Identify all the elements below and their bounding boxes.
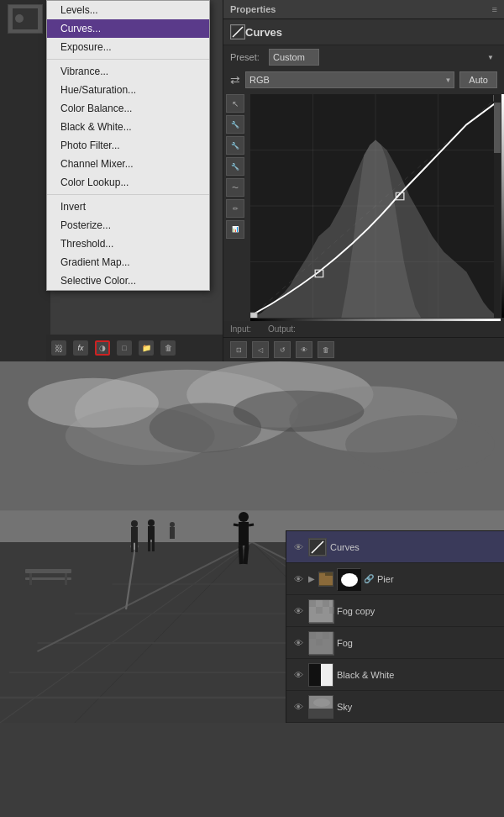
pencil-tool[interactable]: ✏ <box>226 199 244 218</box>
svg-rect-75 <box>323 632 329 639</box>
auto-button[interactable]: Auto <box>459 71 497 88</box>
layer-name-sky: Sky <box>337 702 499 712</box>
trash-icon[interactable]: 🗑 <box>160 340 176 356</box>
smooth-tool[interactable]: 〜 <box>226 178 244 197</box>
menu-channel-mixer[interactable]: Channel Mixer... <box>47 155 209 173</box>
delete-action[interactable]: 🗑 <box>318 341 334 358</box>
properties-footer: Input: Output: <box>223 321 504 337</box>
menu-hue-sat[interactable]: Hue/Saturation... <box>47 81 209 99</box>
menu-exposure[interactable]: Exposure... <box>47 38 209 56</box>
channel-arrow-icon[interactable]: ⇄ <box>230 73 240 87</box>
folder-icon[interactable]: 📁 <box>139 340 154 356</box>
menu-selective-color[interactable]: Selective Color... <box>47 271 209 290</box>
menu-gradient-map[interactable]: Gradient Map... <box>47 253 209 271</box>
left-panel: Levels... Curves... Exposure... Vibrance… <box>0 0 223 361</box>
menu-levels[interactable]: Levels... <box>47 1 209 19</box>
scrollbar[interactable] <box>494 94 501 318</box>
svg-rect-50 <box>131 527 138 542</box>
svg-point-81 <box>313 698 330 707</box>
svg-point-53 <box>148 519 155 526</box>
layer-row-curves[interactable]: 👁 Curves <box>286 531 504 563</box>
svg-point-57 <box>170 522 175 527</box>
separator-2 <box>47 194 209 195</box>
eyedropper-gray-tool[interactable]: 🔧 <box>226 136 244 155</box>
link-icon[interactable]: ⛓ <box>51 340 66 356</box>
eye-bw[interactable]: 👁 <box>291 668 305 682</box>
properties-menu-icon[interactable]: ≡ <box>492 4 497 14</box>
view-previous-action[interactable]: ◁ <box>252 341 269 358</box>
preset-row: Preset: Custom <box>223 45 504 69</box>
svg-rect-44 <box>239 522 249 546</box>
menu-invert[interactable]: Invert <box>47 198 209 216</box>
eye-fog-copy[interactable]: 👁 <box>291 604 305 618</box>
svg-rect-64 <box>319 576 333 585</box>
curves-svg <box>250 94 501 318</box>
pier-mask-thumb <box>337 568 360 590</box>
top-section: Levels... Curves... Exposure... Vibrance… <box>0 0 504 361</box>
fx-icon[interactable]: fx <box>73 340 88 356</box>
eye-pier[interactable]: 👁 <box>291 572 305 586</box>
menu-posterize[interactable]: Posterize... <box>47 216 209 235</box>
menu-vibrance[interactable]: Vibrance... <box>47 62 209 81</box>
svg-rect-82 <box>309 709 333 719</box>
adjustment-icon[interactable]: ◑ <box>95 340 110 356</box>
layer-row-fog[interactable]: 👁 Fog <box>286 627 504 659</box>
curves-graph[interactable] <box>250 94 501 318</box>
curves-title: Curves <box>245 26 282 39</box>
layer-row-fog-copy[interactable]: 👁 Fog copy <box>286 595 504 627</box>
menu-color-balance[interactable]: Color Balance... <box>47 99 209 118</box>
svg-point-1 <box>15 14 24 23</box>
svg-rect-51 <box>131 542 134 552</box>
pointer-tool[interactable]: ↖ <box>226 94 244 113</box>
menu-black-white[interactable]: Black & White... <box>47 118 209 136</box>
svg-rect-74 <box>309 632 316 639</box>
svg-rect-77 <box>309 663 321 685</box>
menu-color-lookup[interactable]: Color Lookup... <box>47 173 209 192</box>
layer-row-pier[interactable]: 👁 ▶ 🔗 Pier <box>286 563 504 595</box>
layer-name-curves: Curves <box>330 542 499 552</box>
layer-row-sky[interactable]: 👁 Sky <box>286 691 504 723</box>
layer-thumb-1 <box>8 4 43 34</box>
svg-rect-60 <box>25 577 71 580</box>
menu-photo-filter[interactable]: Photo Filter... <box>47 136 209 155</box>
output-label: Output: <box>268 324 296 334</box>
layer-strip <box>0 0 50 361</box>
menu-curves[interactable]: Curves... <box>47 19 209 38</box>
figure-silhouette <box>232 512 255 571</box>
preset-select[interactable]: Custom <box>269 49 319 66</box>
eye-curves[interactable]: 👁 <box>291 540 305 554</box>
svg-rect-54 <box>148 526 155 540</box>
svg-rect-47 <box>234 524 239 527</box>
properties-actions: ⊡ ◁ ↺ 👁 🗑 <box>223 337 504 361</box>
clip-mask-action[interactable]: ⊡ <box>230 341 247 358</box>
chain-icon-pier: 🔗 <box>364 574 374 583</box>
sky-thumb <box>308 695 333 719</box>
dropdown-menu: Levels... Curves... Exposure... Vibrance… <box>46 0 210 291</box>
menu-threshold[interactable]: Threshold... <box>47 235 209 253</box>
mask-icon[interactable]: □ <box>117 340 132 356</box>
svg-point-67 <box>341 573 358 587</box>
reset-action[interactable]: ↺ <box>274 341 291 358</box>
svg-rect-15 <box>250 313 257 318</box>
svg-point-25 <box>345 415 495 473</box>
eye-sky[interactable]: 👁 <box>291 700 305 714</box>
eyedropper-black-tool[interactable]: 🔧 <box>226 115 244 134</box>
channel-row: ⇄ RGB Auto <box>223 69 504 91</box>
layer-row-bw[interactable]: 👁 Black & White <box>286 659 504 691</box>
figures-group <box>126 519 193 553</box>
svg-rect-59 <box>25 569 71 573</box>
expand-arrow-pier[interactable]: ▶ <box>308 574 315 583</box>
scrollbar-thumb[interactable] <box>494 103 501 153</box>
channel-select[interactable]: RGB <box>245 71 454 88</box>
svg-rect-70 <box>323 600 329 607</box>
eye-fog[interactable]: 👁 <box>291 636 305 650</box>
visibility-action[interactable]: 👁 <box>296 341 312 358</box>
histogram-tool[interactable]: 📊 <box>226 220 244 239</box>
svg-rect-61 <box>29 573 32 585</box>
curves-header: Curves <box>223 19 504 45</box>
separator-1 <box>47 59 209 60</box>
gradient-bar-bottom <box>250 319 501 321</box>
eyedropper-white-tool[interactable]: 🔧 <box>226 157 244 176</box>
svg-rect-65 <box>319 573 325 577</box>
layers-panel: 👁 Curves 👁 ▶ <box>286 530 504 723</box>
